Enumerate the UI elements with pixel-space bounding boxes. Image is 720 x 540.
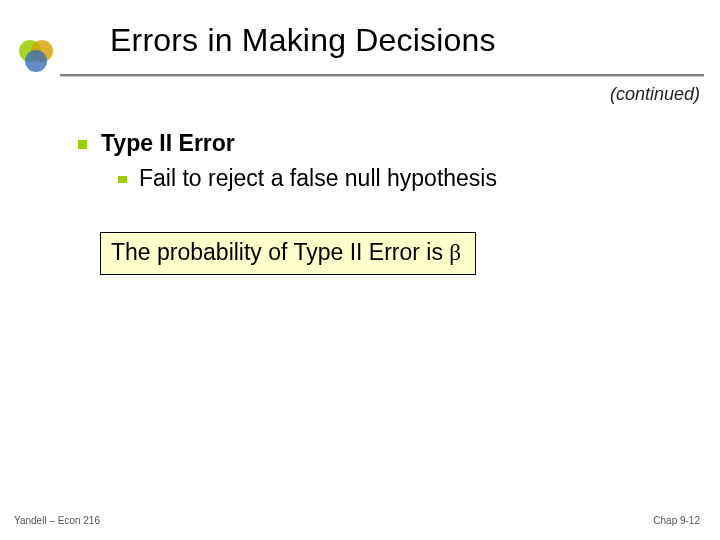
callout-prefix: The probability of Type II Error is	[111, 239, 449, 265]
title-underline	[60, 74, 704, 76]
continued-label: (continued)	[610, 84, 700, 105]
beta-symbol: β	[449, 240, 461, 265]
callout-wrap: The probability of Type II Error is β	[100, 232, 678, 275]
footer-right: Chap 9-12	[653, 515, 700, 526]
bullet-level2-text: Fail to reject a false null hypothesis	[139, 165, 497, 192]
content-area: Type II Error Fail to reject a false nul…	[78, 130, 678, 275]
slide: Errors in Making Decisions (continued) T…	[0, 0, 720, 540]
bullet-level1: Type II Error	[78, 130, 678, 157]
slide-title: Errors in Making Decisions	[110, 22, 496, 59]
bullet-level1-text: Type II Error	[101, 130, 235, 157]
footer-left: Yandell – Econ 216	[14, 515, 100, 526]
bullet-level2: Fail to reject a false null hypothesis	[118, 165, 678, 192]
svg-point-2	[25, 50, 47, 72]
venn-logo-icon	[14, 34, 58, 78]
probability-callout: The probability of Type II Error is β	[100, 232, 476, 275]
bullet-square-icon	[78, 140, 87, 149]
bullet-square-icon	[118, 176, 127, 183]
